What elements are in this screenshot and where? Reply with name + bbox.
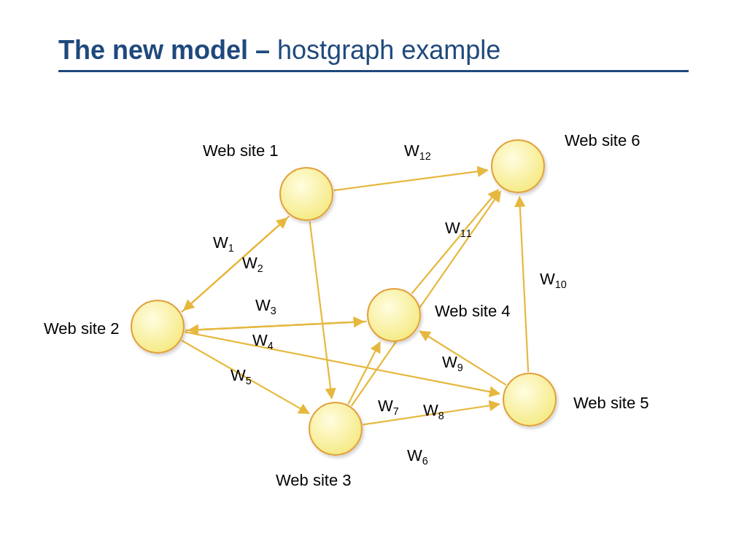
edge-n1-n3	[310, 222, 332, 399]
node-n1	[280, 168, 333, 220]
node-n2	[131, 300, 184, 353]
node-n4	[368, 289, 420, 341]
edge-n3-n6	[352, 191, 500, 405]
edge-n4-n2	[188, 322, 366, 330]
slide: The new model – hostgraph example Web si…	[0, 0, 747, 560]
edge-label-w2: W2	[242, 254, 263, 274]
edge-n5-n6	[519, 197, 528, 372]
edge-label-w7: W7	[378, 397, 399, 417]
edge-label-w1: W1	[213, 233, 234, 254]
edge-label-w12: W12	[404, 141, 431, 162]
title-rest: hostgraph example	[277, 35, 500, 65]
node-label-n2: Web site 2	[44, 319, 120, 338]
edge-label-w10: W10	[540, 270, 567, 290]
edge-label-w4: W4	[252, 331, 274, 351]
edge-label-w3: W3	[255, 296, 276, 316]
diagram-canvas	[0, 0, 747, 560]
node-label-n6: Web site 6	[565, 131, 640, 150]
node-n6	[492, 140, 544, 192]
edge-label-w9: W9	[442, 353, 463, 373]
title-bold: The new model –	[58, 35, 277, 65]
edge-n4-n6	[411, 190, 498, 294]
edge-label-w5: W5	[231, 366, 252, 386]
node-label-n5: Web site 5	[573, 394, 649, 413]
edge-label-w11: W11	[445, 219, 472, 239]
node-label-n1: Web site 1	[203, 141, 279, 160]
node-n3	[309, 402, 362, 455]
node-n5	[503, 373, 556, 426]
title-rule	[58, 70, 689, 72]
edge-n2-n4	[185, 322, 363, 330]
node-label-n3: Web site 3	[276, 471, 352, 490]
edge-label-w6: W6	[407, 446, 428, 467]
edge-n3-n4	[348, 342, 379, 404]
slide-title: The new model – hostgraph example	[58, 35, 689, 70]
edge-label-w8: W8	[423, 401, 444, 421]
title-block: The new model – hostgraph example	[58, 35, 689, 72]
node-label-n4: Web site 4	[435, 302, 511, 321]
edge-n1-n6	[334, 170, 488, 190]
